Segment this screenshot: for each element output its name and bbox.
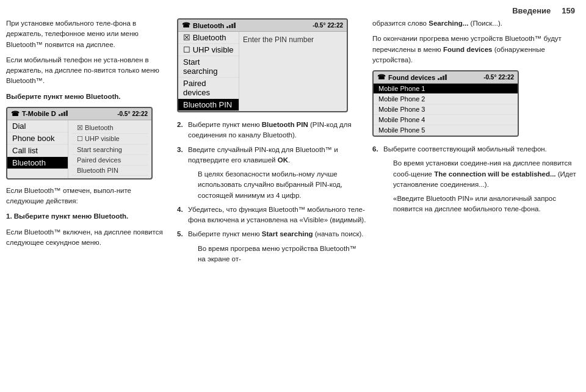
left-para-1: При установке мобильного теле-фона в дер… xyxy=(6,18,171,50)
step1-title: 1. Выберите пункт меню Bluetooth. xyxy=(6,211,171,222)
step5-note: Во время прогрева меню устройства Blueto… xyxy=(187,244,366,265)
screen3-title: Found devices xyxy=(388,74,435,81)
s2-paired-devices[interactable]: Paired devices xyxy=(178,78,239,99)
svg-rect-9 xyxy=(440,77,442,80)
menu-paired-devices[interactable]: Paired devices xyxy=(72,155,148,165)
screen1-header: ☎ T-Mobile D -0.5° 22:22 xyxy=(7,108,151,120)
screen2-right-text: Enter the PIN number xyxy=(239,32,347,111)
page-header: Введение 159 xyxy=(512,6,575,15)
svg-rect-4 xyxy=(226,26,228,28)
step6: 6. Выберите соответствующий мобильный те… xyxy=(372,144,580,154)
mid-steps-list: 2. Выберите пункт меню Bluetooth PIN (PI… xyxy=(177,120,366,264)
screen2-signal-bars xyxy=(226,22,237,29)
screen1-offset: -0.5° xyxy=(117,111,130,117)
step5: 5. Выберите пункт меню Start searching (… xyxy=(177,229,366,239)
screen3-signal-bars xyxy=(438,74,449,81)
screen3-device-list: Mobile Phone 1 Mobile Phone 2 Mobile Pho… xyxy=(374,84,518,136)
screen1-phone-icon: ☎ xyxy=(11,110,20,118)
svg-rect-2 xyxy=(63,112,65,116)
screen2-offset: -0.5° xyxy=(313,22,325,29)
screen2-header: ☎ Bluetooth -0.5° 22:22 xyxy=(178,20,347,32)
left-column: При установке мобильного теле-фона в дер… xyxy=(6,18,171,386)
svg-rect-6 xyxy=(231,24,233,28)
menu-calllist[interactable]: Call list xyxy=(7,145,68,157)
screen3-offset: -0.5° xyxy=(483,74,496,81)
step6-detail2: «Введите Bluetooth PIN» или аналогичный … xyxy=(382,194,580,215)
found-device-2[interactable]: Mobile Phone 2 xyxy=(374,94,518,104)
screen1-left-menu: Dial Phone book Call list Bluetooth xyxy=(7,120,68,178)
section-label: Введение xyxy=(512,6,551,15)
menu-uhp-visible[interactable]: UHP visible xyxy=(72,134,148,145)
menu-start-searching[interactable]: Start searching xyxy=(72,145,148,155)
screen3-signal-area: ☎ Found devices xyxy=(377,73,449,81)
found-device-5[interactable]: Mobile Phone 5 xyxy=(374,125,518,136)
step2: 2. Выберите пункт меню Bluetooth PIN (PI… xyxy=(177,120,366,141)
screen2-phone-icon: ☎ xyxy=(182,21,190,29)
step3: 3. Введите случайный PIN-код для Bluetoo… xyxy=(177,145,366,166)
screen3-phone-icon: ☎ xyxy=(377,73,386,81)
s2-start-searching[interactable]: Start searching xyxy=(178,56,239,78)
found-device-4[interactable]: Mobile Phone 4 xyxy=(374,115,518,125)
screen1-right-menu: Bluetooth UHP visible Start searching Pa… xyxy=(68,120,151,178)
screen3-time: 22:22 xyxy=(498,74,514,81)
screen2-mockup: ☎ Bluetooth -0.5° 22:22 xyxy=(177,18,348,112)
screen1-signal-area: ☎ T-Mobile D xyxy=(11,110,70,118)
screen2-signal-area: ☎ Bluetooth xyxy=(182,21,237,29)
right-para2: По окончании прогрева меню устройств Blu… xyxy=(372,34,580,65)
screen1-right-info: -0.5° 22:22 xyxy=(117,111,148,117)
right-column: образится слово Searching... (Поиск...).… xyxy=(372,18,580,386)
step4: 4. Убедитесь, что функция Bluetooth™ моб… xyxy=(177,205,366,226)
s2-uhp-visible[interactable]: UHP visible xyxy=(178,44,239,56)
left-para-3: Выберите пункт меню Bluetooth. xyxy=(6,92,171,102)
svg-rect-3 xyxy=(66,111,68,116)
enter-pin-text: Enter the PIN number xyxy=(243,35,314,44)
left-footer: Если Bluetooth™ отмечен, выпол-ните след… xyxy=(6,186,171,207)
right-steps-list: 6. Выберите соответствующий мобильный те… xyxy=(372,144,580,215)
screen1-signal-bars xyxy=(59,110,70,117)
step1-text: Если Bluetooth™ включен, на дисплее появ… xyxy=(6,227,171,249)
menu-dial[interactable]: Dial xyxy=(7,120,68,132)
svg-rect-0 xyxy=(59,114,60,116)
menu-phonebook[interactable]: Phone book xyxy=(7,132,68,145)
svg-rect-5 xyxy=(229,25,231,28)
screen2-right-info: -0.5° 22:22 xyxy=(313,22,343,29)
screen2-body: Bluetooth UHP visible Start searching Pa… xyxy=(178,32,347,111)
screen3-right-info: -0.5° 22:22 xyxy=(483,74,514,81)
right-continuation: образится слово Searching... (Поиск...). xyxy=(372,18,580,29)
screen1-time: 22:22 xyxy=(132,111,148,117)
menu-bluetooth-selected[interactable]: Bluetooth xyxy=(7,157,68,169)
screen2-title: Bluetooth xyxy=(193,22,224,29)
svg-rect-11 xyxy=(445,74,447,80)
step6-detail1: Во время установки соедине-ния на диспле… xyxy=(382,158,580,190)
screen1-title: T-Mobile D xyxy=(22,110,56,117)
page-number: 159 xyxy=(562,6,575,15)
screen2-time: 22:22 xyxy=(327,22,343,29)
s2-bluetooth-pin-selected[interactable]: Bluetooth PIN xyxy=(178,99,239,111)
menu-bluetooth-pin[interactable]: Bluetooth PIN xyxy=(72,165,148,176)
step3-note: В целях безопасности мобиль-ному лучше и… xyxy=(187,169,366,201)
svg-rect-10 xyxy=(443,76,444,80)
mid-column: ☎ Bluetooth -0.5° 22:22 xyxy=(177,18,366,386)
screen1-body: Dial Phone book Call list Bluetooth Blue… xyxy=(7,120,151,178)
main-content: При установке мобильного теле-фона в дер… xyxy=(6,18,580,386)
left-para-2: Если мобильный телефон не уста-новлен в … xyxy=(6,55,171,87)
svg-rect-1 xyxy=(61,113,63,116)
screen3-mockup: ☎ Found devices -0.5° 22:22 xyxy=(372,70,519,137)
screen3-header: ☎ Found devices -0.5° 22:22 xyxy=(374,71,518,84)
menu-bluetooth-check[interactable]: Bluetooth xyxy=(72,123,148,134)
screen1-mockup: ☎ T-Mobile D -0.5° 22:22 xyxy=(6,107,153,180)
found-device-1[interactable]: Mobile Phone 1 xyxy=(374,84,518,94)
svg-rect-8 xyxy=(438,78,440,80)
screen2-left-menu: Bluetooth UHP visible Start searching Pa… xyxy=(178,32,239,111)
svg-rect-7 xyxy=(234,23,236,28)
found-device-3[interactable]: Mobile Phone 3 xyxy=(374,104,518,115)
s2-bluetooth-check[interactable]: Bluetooth xyxy=(178,32,239,44)
